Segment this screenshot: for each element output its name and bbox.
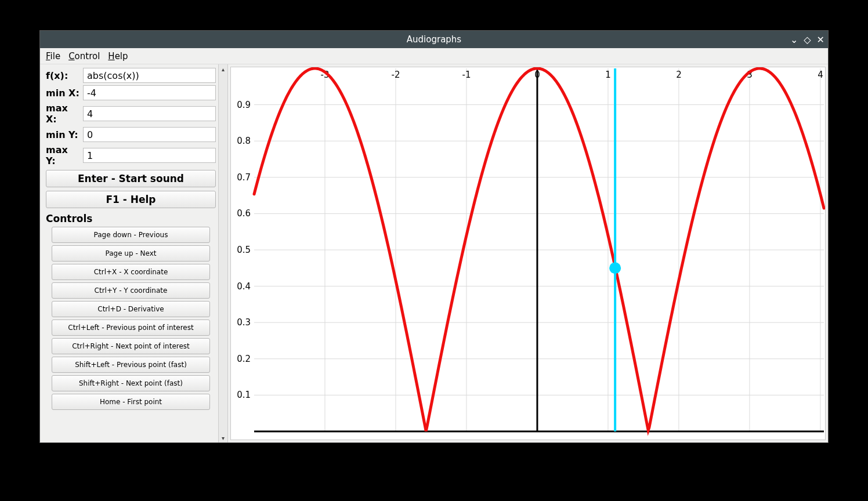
start-sound-button[interactable]: Enter - Start sound [46,170,216,187]
chart-area[interactable]: -3-2-1012340.10.20.30.40.50.60.70.80.9 [230,67,826,440]
fx-label: f(x): [46,70,79,81]
svg-text:1: 1 [605,70,611,80]
svg-text:0.9: 0.9 [237,100,251,110]
window-title: Audiographs [407,34,461,45]
svg-text:2: 2 [676,70,682,80]
miny-label: min Y: [46,129,79,140]
control-button-4[interactable]: Ctrl+D - Derivative [52,301,210,317]
maxy-input[interactable] [83,148,216,163]
body: f(x): min X: max X: min Y: max Y: [40,64,828,442]
menu-help[interactable]: Help [108,51,128,61]
fx-input[interactable] [83,68,216,83]
control-button-5[interactable]: Ctrl+Left - Previous point of interest [52,320,210,336]
svg-text:0.5: 0.5 [237,245,251,255]
help-button[interactable]: F1 - Help [46,191,216,208]
app-window: Audiographs ⌄ ◇ ✕ File Control Help f(x)… [39,30,829,443]
minx-label: min X: [46,88,79,99]
control-button-0[interactable]: Page down - Previous [52,227,210,243]
titlebar: Audiographs ⌄ ◇ ✕ [40,31,828,48]
miny-input[interactable] [83,127,216,142]
control-button-3[interactable]: Ctrl+Y - Y coordinate [52,282,210,299]
svg-text:0.3: 0.3 [237,317,251,328]
maxx-input[interactable] [83,106,216,121]
control-button-1[interactable]: Page up - Next [52,245,210,262]
svg-text:0.1: 0.1 [237,390,251,400]
menu-file[interactable]: File [46,51,60,61]
maxx-label: max X: [46,103,79,125]
window-controls: ⌄ ◇ ✕ [790,31,824,48]
maxy-label: max Y: [46,144,79,166]
svg-text:-2: -2 [391,70,400,80]
svg-text:0.2: 0.2 [237,354,251,364]
control-button-9[interactable]: Home - First point [52,394,210,410]
svg-text:0.6: 0.6 [237,208,251,219]
controls-list: Page down - PreviousPage up - NextCtrl+X… [46,227,216,410]
scroll-down-icon[interactable]: ▾ [219,433,227,442]
svg-text:0: 0 [534,70,540,80]
control-button-8[interactable]: Shift+Right - Next point (fast) [52,375,210,391]
svg-text:0.7: 0.7 [237,172,251,183]
svg-text:0.4: 0.4 [237,281,251,292]
svg-text:0.8: 0.8 [237,136,251,146]
maximize-icon[interactable]: ◇ [804,34,811,45]
sidebar: f(x): min X: max X: min Y: max Y: [40,64,218,442]
svg-point-37 [609,262,621,274]
control-button-6[interactable]: Ctrl+Right - Next point of interest [52,338,210,354]
minx-input[interactable] [83,85,216,100]
close-icon[interactable]: ✕ [817,34,824,45]
menubar: File Control Help [40,48,828,64]
chart-svg: -3-2-1012340.10.20.30.40.50.60.70.80.9 [231,67,825,438]
control-button-7[interactable]: Shift+Left - Previous point (fast) [52,357,210,373]
svg-text:4: 4 [818,70,823,80]
sidebar-container: f(x): min X: max X: min Y: max Y: [40,64,228,442]
controls-header: Controls [46,213,216,224]
sidebar-scrollbar[interactable]: ▴ ▾ [218,64,227,442]
control-button-2[interactable]: Ctrl+X - X coordinate [52,264,210,280]
minimize-icon[interactable]: ⌄ [790,34,798,45]
scroll-up-icon[interactable]: ▴ [219,64,227,74]
svg-text:-1: -1 [462,70,471,80]
menu-control[interactable]: Control [68,51,100,61]
